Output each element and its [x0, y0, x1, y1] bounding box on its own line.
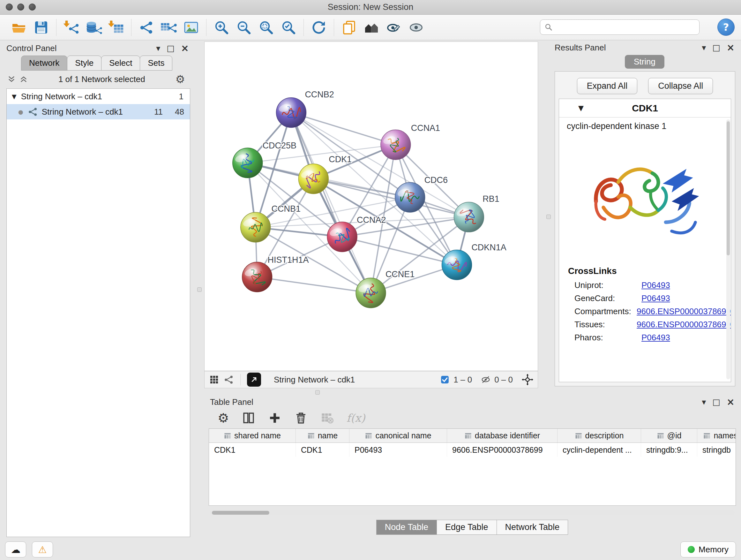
- network-edge[interactable]: [257, 277, 371, 293]
- zoom-in-button[interactable]: [210, 17, 232, 38]
- gear-icon[interactable]: ⚙: [176, 73, 185, 85]
- panel-menu-icon[interactable]: ▾: [702, 44, 706, 52]
- table-cell[interactable]: 9606.ENSP00000378699: [447, 443, 557, 457]
- tab-edge-table[interactable]: Edge Table: [436, 520, 497, 535]
- export-image-button[interactable]: [180, 17, 202, 38]
- tab-sets[interactable]: Sets: [140, 56, 172, 71]
- network-node-cdc6[interactable]: [395, 182, 425, 212]
- splitter-handle[interactable]: [197, 287, 202, 292]
- crosslink-link[interactable]: 9606.ENSP00000378699: [636, 307, 731, 316]
- import-table-button[interactable]: [105, 17, 127, 38]
- column-header[interactable]: @id: [641, 429, 697, 442]
- warnings-button[interactable]: ⚠: [32, 542, 53, 557]
- search-input[interactable]: [540, 19, 699, 35]
- refresh-layout-button[interactable]: [308, 17, 330, 38]
- table-cell[interactable]: CDK1: [296, 443, 349, 457]
- expand-all-icon[interactable]: [19, 75, 28, 84]
- network-overview-button[interactable]: [224, 374, 234, 385]
- table-cell[interactable]: stringdb: [697, 443, 736, 457]
- network-node-ccnb2[interactable]: [276, 98, 307, 128]
- network-node-cdk1[interactable]: [298, 164, 328, 194]
- network-from-table-button[interactable]: [158, 17, 180, 38]
- network-node-rb1[interactable]: [454, 202, 484, 232]
- minimize-window-button[interactable]: [17, 3, 24, 10]
- help-button[interactable]: ?: [718, 18, 735, 36]
- zoom-fit-button[interactable]: [255, 17, 277, 38]
- tab-network[interactable]: Network: [21, 56, 67, 71]
- column-header[interactable]: namespace: [697, 429, 736, 442]
- column-header[interactable]: database identifier: [447, 429, 557, 442]
- close-window-button[interactable]: [6, 3, 13, 10]
- tab-node-table[interactable]: Node Table: [376, 520, 437, 535]
- maximize-window-button[interactable]: [29, 3, 36, 10]
- new-network-button[interactable]: [135, 17, 158, 38]
- network-edge[interactable]: [291, 113, 395, 145]
- tab-select[interactable]: Select: [101, 56, 140, 71]
- hidden-eye-slash-icon[interactable]: [481, 375, 490, 384]
- network-node-hist1h1a[interactable]: [242, 262, 272, 292]
- panel-float-icon[interactable]: □: [166, 44, 175, 52]
- zoom-out-button[interactable]: [232, 17, 255, 38]
- table-cell[interactable]: CDK1: [209, 443, 296, 457]
- collapse-all-icon[interactable]: [7, 75, 16, 84]
- splitter-handle[interactable]: [315, 390, 320, 395]
- network-edge[interactable]: [291, 113, 371, 293]
- network-node-ccna1[interactable]: [381, 130, 411, 160]
- network-node-ccne1[interactable]: [356, 278, 386, 308]
- memory-button[interactable]: Memory: [680, 542, 736, 557]
- table-row[interactable]: CDK1CDK1P064939606.ENSP00000378699cyclin…: [209, 443, 736, 457]
- section-expanded-icon[interactable]: ▼: [578, 104, 584, 112]
- save-session-button[interactable]: [30, 17, 52, 38]
- network-graph[interactable]: CCNB2CCNA1CDC25BCDK1CDC6RB1CCNB1CCNA2CDK…: [205, 42, 538, 371]
- selected-checkbox-icon[interactable]: [440, 375, 450, 384]
- table-horizontal-scrollbar[interactable]: [210, 510, 735, 515]
- zoom-selected-button[interactable]: [277, 17, 300, 38]
- protein-card-header[interactable]: ▼ CDK1: [559, 99, 731, 118]
- column-header[interactable]: canonical name: [349, 429, 447, 442]
- crosshair-icon[interactable]: [522, 374, 533, 385]
- crosslink-link[interactable]: P06493: [642, 294, 670, 303]
- network-node-ccnb1[interactable]: [241, 212, 271, 242]
- cloud-status-button[interactable]: ☁: [5, 542, 26, 557]
- table-cell[interactable]: cyclin-dependent ...: [557, 443, 641, 457]
- clone-network-button[interactable]: [338, 17, 360, 38]
- network-view[interactable]: CCNB2CCNA1CDC25BCDK1CDC6RB1CCNB1CCNA2CDK…: [204, 42, 538, 371]
- network-node-cdkn1a[interactable]: [442, 250, 472, 280]
- open-session-button[interactable]: [8, 17, 30, 38]
- column-header[interactable]: shared name: [209, 429, 296, 442]
- tree-expanded-icon[interactable]: ▼: [12, 93, 17, 100]
- first-neighbors-button[interactable]: [360, 17, 383, 38]
- crosslink-link[interactable]: 9606.ENSP00000378699: [636, 320, 731, 329]
- panel-menu-icon[interactable]: ▾: [702, 398, 706, 406]
- hide-selected-button[interactable]: [383, 17, 405, 38]
- panel-float-icon[interactable]: □: [712, 398, 720, 406]
- splitter-handle[interactable]: [546, 214, 551, 219]
- birdseye-toggle-button[interactable]: [247, 373, 261, 387]
- function-builder-button-disabled[interactable]: f(x): [347, 412, 365, 424]
- panel-close-icon[interactable]: ×: [727, 397, 735, 407]
- show-columns-button[interactable]: [242, 411, 255, 425]
- results-vertical-scrollbar[interactable]: [726, 119, 730, 379]
- panel-menu-icon[interactable]: ▾: [156, 44, 160, 52]
- column-header[interactable]: name: [296, 429, 349, 442]
- tab-style[interactable]: Style: [67, 56, 102, 71]
- add-column-button[interactable]: [268, 411, 281, 425]
- network-node-cdc25b[interactable]: [232, 148, 263, 178]
- import-network-file-button[interactable]: [60, 17, 83, 38]
- table-cell[interactable]: stringdb:9...: [641, 443, 697, 457]
- table-settings-gear-icon[interactable]: ⚙: [218, 411, 229, 425]
- delete-column-button[interactable]: [294, 411, 308, 425]
- grid-view-button[interactable]: [209, 374, 219, 385]
- string-results-tab[interactable]: String: [625, 55, 664, 69]
- panel-close-icon[interactable]: ×: [181, 44, 189, 53]
- network-collection-row[interactable]: ▼ String Network – cdk1 1: [7, 89, 190, 104]
- show-all-button[interactable]: [405, 17, 427, 38]
- scrollbar-thumb[interactable]: [212, 511, 269, 515]
- crosslink-link[interactable]: P06493: [642, 333, 670, 343]
- expand-all-button[interactable]: Expand All: [577, 78, 637, 94]
- panel-close-icon[interactable]: ×: [727, 43, 735, 52]
- clear-table-button-disabled[interactable]: [320, 411, 334, 425]
- table-cell[interactable]: P06493: [349, 443, 447, 457]
- network-row-selected[interactable]: ● String Network – cdk1 11 48: [7, 104, 190, 119]
- import-network-database-button[interactable]: [83, 17, 105, 38]
